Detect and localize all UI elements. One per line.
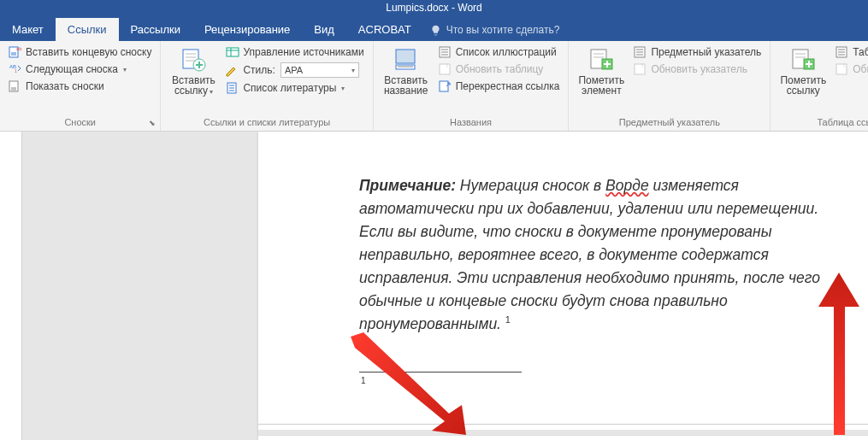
style-label: Стиль:	[241, 63, 276, 77]
update-toa-button: ! Обновить табл	[834, 62, 868, 77]
insert-toa-button[interactable]: Таблица ссыло	[834, 44, 868, 60]
bulb-icon	[430, 25, 441, 36]
footnote-number[interactable]: 1	[361, 376, 849, 385]
update-icon: !	[634, 62, 647, 76]
update-index-button: ! Обновить указатель	[632, 62, 763, 77]
mark-citation-icon	[789, 46, 817, 73]
note-label: Примечание:	[359, 177, 456, 194]
group-label: Сноски	[7, 115, 153, 129]
endnote-icon: ab	[9, 45, 22, 59]
spellcheck-underline: Ворде	[605, 177, 649, 194]
document-area: Примечание: Нумерация сносок в Ворде изм…	[0, 132, 868, 440]
ribbon: ab Вставить концевую сноску AB1 Следующа…	[0, 41, 868, 132]
svg-rect-7	[227, 48, 239, 56]
mark-entry-icon	[588, 46, 615, 73]
insert-citation-button[interactable]: Вставить ссылку▾	[168, 44, 219, 97]
group-captions: Вставить название Список иллюстраций ! О…	[374, 41, 570, 131]
update-icon: !	[439, 62, 452, 76]
style-icon	[224, 63, 238, 77]
update-icon: !	[836, 62, 849, 76]
svg-text:!: !	[446, 62, 448, 68]
vertical-ruler[interactable]	[0, 132, 22, 440]
document-text: Примечание: Нумерация сносок в Ворде изм…	[359, 174, 849, 336]
insert-citation-label: Вставить ссылку▾	[172, 75, 216, 97]
table-of-figures-button[interactable]: Список иллюстраций	[437, 44, 562, 60]
chevron-down-icon: ▾	[123, 66, 127, 73]
insert-caption-button[interactable]: Вставить название	[381, 44, 432, 96]
update-table-button: ! Обновить таблицу	[437, 62, 562, 77]
tab-acrobat[interactable]: ACROBAT	[346, 18, 423, 41]
cross-ref-icon	[439, 79, 452, 93]
group-label: Предметный указатель	[576, 115, 763, 129]
dialog-launcher[interactable]: ⬊	[146, 117, 158, 129]
footnote-separator	[359, 372, 522, 373]
svg-text:1: 1	[15, 68, 17, 73]
insert-endnote-button[interactable]: ab Вставить концевую сноску	[7, 44, 153, 60]
svg-rect-23	[836, 64, 847, 74]
citation-icon	[180, 46, 207, 73]
manage-sources-icon	[226, 45, 239, 59]
group-label: Ссылки и списки литературы	[168, 115, 365, 129]
group-footnotes: ab Вставить концевую сноску AB1 Следующа…	[0, 41, 161, 131]
tell-me-text: Что вы хотите сделать?	[446, 24, 560, 36]
chevron-down-icon: ▾	[351, 67, 355, 74]
svg-text:!: !	[641, 62, 643, 68]
svg-rect-12	[440, 64, 450, 74]
title-bar: Lumpics.docx - Word	[0, 0, 868, 17]
svg-text:ab: ab	[16, 46, 22, 51]
index-icon	[634, 45, 647, 59]
group-toa: Пометить ссылку Таблица ссыло ! Обновить…	[771, 41, 868, 131]
group-label: Таблица ссылок	[777, 115, 868, 129]
footnote-reference[interactable]: 1	[505, 314, 511, 325]
group-label: Названия	[381, 115, 562, 129]
show-notes-button[interactable]: Показать сноски	[7, 79, 153, 94]
mark-citation-button[interactable]: Пометить ссылку	[777, 44, 829, 96]
group-citations: Вставить ссылку▾ Управление источниками …	[161, 41, 373, 131]
show-notes-icon	[9, 79, 22, 93]
tell-me[interactable]: Что вы хотите сделать?	[430, 24, 560, 41]
bibliography-icon	[226, 81, 239, 95]
svg-text:!: !	[843, 62, 845, 68]
caption-icon	[393, 46, 420, 73]
illustrations-icon	[439, 45, 452, 59]
insert-index-button[interactable]: Предметный указатель	[632, 44, 763, 60]
svg-rect-9	[396, 50, 415, 63]
ribbon-tabs: Макет Ссылки Рассылки Рецензирование Вид…	[0, 17, 868, 41]
tab-layout[interactable]: Макет	[0, 18, 56, 41]
next-footnote-button[interactable]: AB1 Следующая сноска ▾	[7, 62, 153, 77]
tab-references[interactable]: Ссылки	[56, 18, 119, 41]
manage-sources-button[interactable]: Управление источниками	[224, 44, 365, 60]
mark-entry-button[interactable]: Пометить элемент	[576, 44, 627, 96]
chevron-down-icon: ▾	[341, 85, 345, 92]
style-select[interactable]: APA▾	[280, 62, 359, 78]
tab-mailings[interactable]: Рассылки	[119, 18, 192, 41]
tab-review[interactable]: Рецензирование	[192, 18, 302, 41]
tab-view[interactable]: Вид	[302, 18, 346, 41]
toa-icon	[836, 45, 849, 59]
page[interactable]: Примечание: Нумерация сносок в Ворде изм…	[258, 132, 868, 440]
cross-reference-button[interactable]: Перекрестная ссылка	[437, 79, 562, 94]
bibliography-button[interactable]: Список литературы ▾	[224, 80, 365, 96]
svg-rect-18	[635, 64, 645, 74]
group-index: Пометить элемент Предметный указатель ! …	[569, 41, 771, 131]
next-footnote-icon: AB1	[9, 62, 22, 76]
